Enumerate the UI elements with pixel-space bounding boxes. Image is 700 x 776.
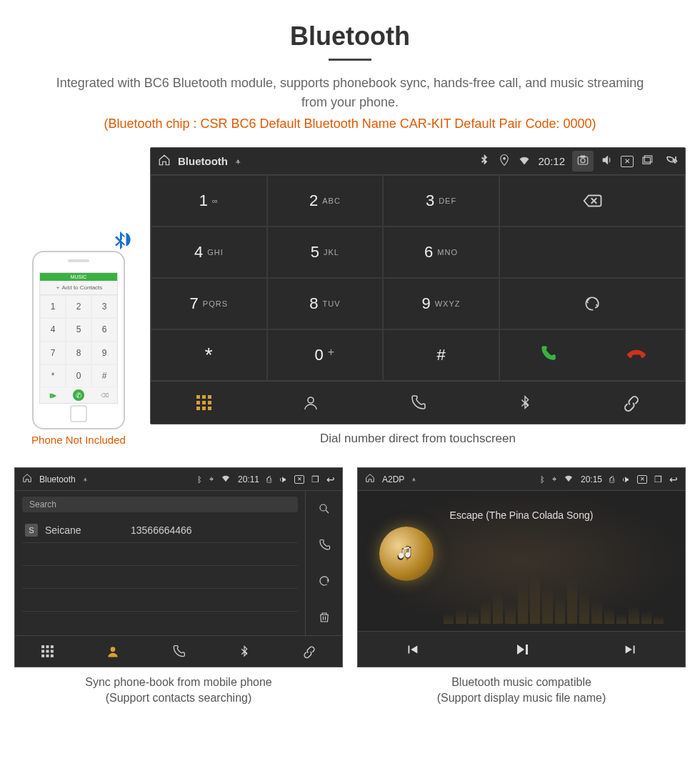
key-0[interactable]: 0+ (267, 329, 384, 381)
dialer-caption: Dial number direct from touchscreen (150, 432, 686, 446)
song-title: Escape (The Pina Colada Song) (358, 509, 685, 521)
wifi-icon (518, 154, 531, 169)
contact-number: 13566664466 (131, 524, 192, 536)
music-caption-2: (Support display music file name) (357, 690, 686, 706)
call-contact-button[interactable] (306, 527, 342, 564)
dialer-headunit: Bluetooth ⍏ 20:12 ✕ 1∞ 2ABC (150, 147, 686, 424)
back-icon[interactable]: ↩ (326, 474, 335, 485)
contacts-caption-1: Sync phone-book from mobile phone (14, 675, 343, 690)
tab-contacts[interactable] (81, 636, 146, 667)
key-9[interactable]: 9WXYZ (383, 278, 499, 329)
key-2[interactable]: 2ABC (267, 175, 384, 227)
home-icon[interactable] (365, 473, 375, 485)
tab-bluetooth[interactable] (471, 382, 579, 424)
svg-rect-5 (644, 156, 652, 162)
search-input[interactable]: Search (22, 497, 298, 512)
svg-point-6 (308, 397, 314, 403)
statusbar-time: 20:12 (538, 155, 565, 167)
backspace-button[interactable] (499, 175, 685, 227)
close-app-icon[interactable]: ✕ (621, 156, 634, 167)
statusbar-app-title: Bluetooth (178, 155, 228, 167)
key-1[interactable]: 1∞ (151, 175, 267, 227)
call-button[interactable] (539, 344, 557, 366)
tab-call-log[interactable] (146, 636, 211, 667)
recent-apps-icon[interactable]: ❐ (654, 474, 662, 484)
contact-initial: S (25, 524, 38, 537)
location-icon (498, 154, 511, 169)
music-headunit: A2DP ⍏ ᛒ ⌖ 20:15 ⎙ 🕩 ✕ ❐ ↩ Escape (The P… (357, 467, 686, 667)
delete-contact-button[interactable] (306, 600, 342, 636)
page-description: Integrated with BC6 Bluetooth module, su… (7, 74, 693, 112)
play-pause-button[interactable] (467, 632, 576, 667)
screenshot-icon[interactable]: ⎙ (266, 474, 271, 484)
svg-point-0 (504, 157, 506, 159)
redial-button[interactable] (499, 278, 685, 329)
home-icon[interactable] (158, 154, 171, 169)
phone-not-included-label: Phone Not Included (14, 434, 143, 446)
key-8[interactable]: 8TUV (267, 278, 384, 329)
contact-name: Seicane (45, 524, 124, 536)
bluetooth-status-icon: ᛒ (197, 475, 202, 484)
next-track-button[interactable] (576, 632, 685, 667)
album-art (379, 527, 434, 581)
bluetooth-specs: (Bluetooth chip : CSR BC6 Default Blueto… (7, 116, 693, 131)
wifi-icon (221, 473, 231, 485)
tab-contacts[interactable] (258, 382, 365, 424)
contacts-caption-2: (Support contacts searching) (14, 690, 343, 706)
tab-pair[interactable] (578, 382, 685, 424)
svg-point-7 (320, 504, 326, 511)
search-button[interactable] (306, 491, 342, 527)
key-3[interactable]: 3DEF (383, 175, 499, 227)
statusbar-app-title: Bluetooth (39, 474, 76, 484)
volume-icon[interactable]: 🕩 (621, 474, 630, 484)
volume-icon[interactable] (601, 154, 614, 169)
svg-point-2 (581, 159, 585, 163)
svg-rect-3 (581, 156, 585, 157)
bluetooth-status-icon (478, 154, 491, 169)
close-app-icon[interactable]: ✕ (637, 475, 647, 484)
close-app-icon[interactable]: ✕ (294, 475, 304, 484)
empty-side-1 (499, 227, 685, 278)
statusbar-time: 20:15 (581, 474, 602, 484)
tab-dialpad[interactable] (151, 382, 258, 424)
music-caption-1: Bluetooth music compatible (357, 675, 686, 690)
key-4[interactable]: 4GHI (151, 227, 267, 278)
contacts-headunit: Bluetooth ⍏ ᛒ ⌖ 20:11 ⎙ 🕩 ✕ ❐ ↩ Search (14, 467, 343, 667)
wifi-icon (564, 473, 574, 485)
key-7[interactable]: 7PQRS (151, 278, 267, 329)
contact-row[interactable]: S Seicane 13566664466 (22, 518, 298, 543)
usb-icon: ⍏ (411, 475, 416, 484)
svg-rect-1 (578, 157, 588, 165)
bluetooth-status-icon: ᛒ (540, 475, 545, 484)
equalizer-visual (444, 567, 664, 624)
tab-bluetooth[interactable] (211, 636, 277, 667)
prev-track-button[interactable] (358, 632, 467, 667)
recent-apps-icon[interactable] (641, 154, 654, 169)
statusbar-time: 20:11 (238, 474, 259, 484)
screenshot-icon[interactable] (572, 151, 594, 171)
back-icon[interactable]: ↩ (669, 474, 678, 485)
phone-mockup: MUSIC ＋ Add to Contacts 123 456 789 *0# … (32, 251, 125, 429)
back-icon[interactable] (665, 154, 678, 169)
location-icon: ⌖ (552, 474, 556, 484)
svg-rect-4 (643, 157, 651, 164)
statusbar-app-title: A2DP (382, 474, 404, 484)
tab-pair[interactable] (276, 636, 342, 667)
key-star[interactable]: * (151, 329, 267, 381)
key-hash[interactable]: # (383, 329, 499, 381)
phone-mock-add-contacts: ＋ Add to Contacts (40, 281, 117, 295)
home-icon[interactable] (22, 473, 32, 485)
tab-call-log[interactable] (364, 382, 471, 424)
volume-icon[interactable]: 🕩 (279, 474, 287, 484)
screenshot-icon[interactable]: ⎙ (609, 474, 614, 484)
phone-mock-statusbar: MUSIC (40, 273, 117, 281)
key-5[interactable]: 5JKL (267, 227, 384, 278)
sync-contacts-button[interactable] (306, 563, 342, 600)
tab-dialpad[interactable] (15, 636, 81, 667)
hangup-button[interactable] (627, 344, 646, 366)
usb-icon: ⍏ (235, 156, 241, 167)
key-6[interactable]: 6MNO (383, 227, 499, 278)
recent-apps-icon[interactable]: ❐ (311, 474, 319, 484)
page-title: Bluetooth (7, 21, 693, 51)
svg-point-8 (111, 647, 116, 652)
